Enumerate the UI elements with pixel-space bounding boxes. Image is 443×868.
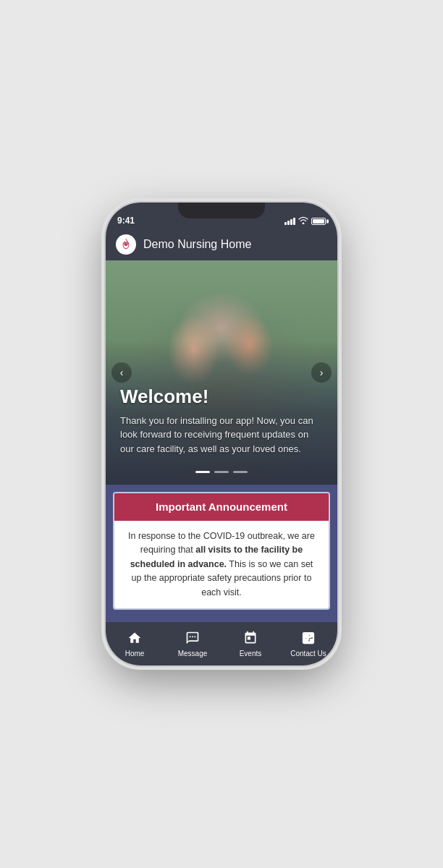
status-time: 9:41 bbox=[117, 216, 135, 226]
wifi-icon bbox=[298, 216, 308, 226]
flame-icon bbox=[119, 238, 132, 251]
announcement-card: Important Announcement In response to th… bbox=[113, 492, 330, 610]
tab-events[interactable]: Events bbox=[222, 622, 279, 665]
message-icon bbox=[185, 631, 200, 647]
svg-point-0 bbox=[190, 636, 191, 637]
home-icon bbox=[127, 631, 142, 647]
hero-dot-3[interactable] bbox=[233, 471, 248, 473]
phone-notch bbox=[178, 203, 265, 218]
app-content: ‹ › Welcome! Thank you for installing ou… bbox=[106, 260, 337, 622]
svg-point-2 bbox=[194, 636, 195, 637]
hero-body: Thank you for installing our app! Now, y… bbox=[120, 414, 323, 456]
chevron-right-icon: › bbox=[320, 367, 324, 378]
announcement-header: Important Announcement bbox=[114, 493, 329, 521]
hero-title: Welcome! bbox=[120, 386, 323, 408]
hero-text-block: Welcome! Thank you for installing our ap… bbox=[120, 386, 323, 456]
svg-point-1 bbox=[192, 636, 193, 637]
status-icons bbox=[284, 216, 326, 226]
app-header: Demo Nursing Home bbox=[106, 229, 337, 260]
svg-point-4 bbox=[311, 639, 312, 641]
announcement-text: In response to the COVID-19 outbreak, we… bbox=[126, 529, 317, 600]
hero-dot-2[interactable] bbox=[214, 471, 229, 473]
battery-icon bbox=[311, 218, 326, 225]
announcement-title: Important Announcement bbox=[156, 501, 287, 513]
tab-message[interactable]: Message bbox=[164, 622, 222, 665]
tab-bar: Home Message Events bbox=[106, 622, 337, 665]
tab-message-label: Message bbox=[178, 650, 208, 658]
hero-prev-button[interactable]: ‹ bbox=[111, 362, 132, 383]
tab-events-label: Events bbox=[240, 650, 262, 658]
announcement-section: Important Announcement In response to th… bbox=[106, 485, 337, 622]
tab-contact-us[interactable]: Contact Us bbox=[279, 622, 337, 665]
tab-home[interactable]: Home bbox=[106, 622, 164, 665]
announcement-body: In response to the COVID-19 outbreak, we… bbox=[114, 521, 329, 608]
tab-home-label: Home bbox=[125, 650, 145, 658]
signal-icon bbox=[284, 218, 295, 225]
contact-us-icon bbox=[301, 631, 316, 647]
chevron-left-icon: ‹ bbox=[120, 367, 124, 378]
app-title-text: Demo Nursing Home bbox=[143, 238, 251, 251]
tab-contact-us-label: Contact Us bbox=[290, 650, 326, 658]
app-logo bbox=[116, 234, 136, 255]
hero-slider: ‹ › Welcome! Thank you for installing ou… bbox=[106, 260, 337, 485]
events-icon bbox=[243, 631, 258, 647]
phone-frame: 9:41 bbox=[106, 203, 337, 665]
hero-dots bbox=[195, 471, 248, 473]
hero-dot-1[interactable] bbox=[195, 471, 210, 473]
hero-next-button[interactable]: › bbox=[311, 362, 332, 383]
